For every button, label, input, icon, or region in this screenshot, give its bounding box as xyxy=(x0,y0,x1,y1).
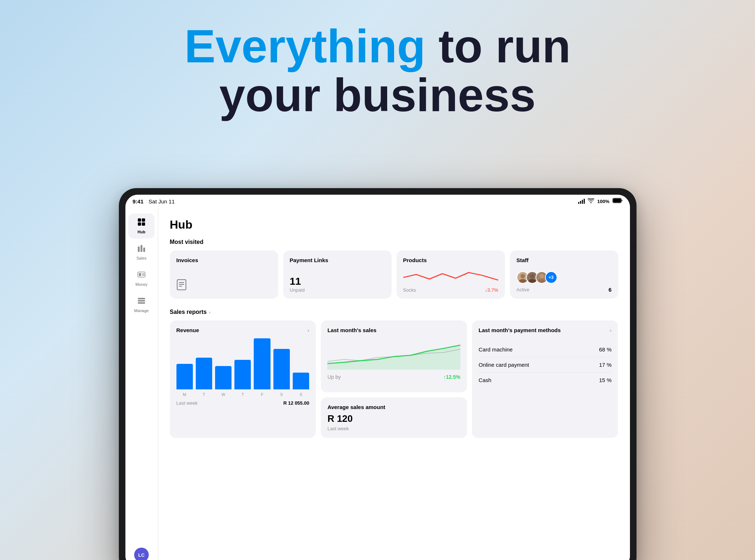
manage-icon xyxy=(137,297,145,307)
svg-point-11 xyxy=(143,274,144,276)
payment-online-name: Online card payment xyxy=(479,362,529,368)
signal-bars-icon xyxy=(578,199,585,204)
staff-avatar-plus: +3 xyxy=(545,271,557,284)
payment-row-card-machine: Card machine 68 % xyxy=(479,342,612,357)
svg-rect-13 xyxy=(138,300,145,302)
up-label: Up by xyxy=(327,374,341,380)
svg-point-19 xyxy=(520,274,525,278)
sidebar-item-money-label: Money xyxy=(135,282,147,287)
avg-title: Average sales amount xyxy=(327,404,460,410)
sales-icon xyxy=(137,244,145,254)
status-date: Sat Jun 11 xyxy=(149,198,175,205)
sales-line-svg xyxy=(327,337,460,370)
bar-label-f: F xyxy=(254,392,270,397)
sidebar-item-manage[interactable]: Manage xyxy=(128,292,155,317)
payment-methods-card[interactable]: Last month's payment methods › Card mach… xyxy=(472,320,618,438)
svg-rect-12 xyxy=(138,298,145,299)
sidebar-item-sales[interactable]: Sales xyxy=(128,240,155,265)
staff-count: 6 xyxy=(608,287,611,293)
products-spark-chart xyxy=(403,267,498,286)
main-content: Hub Most visited Invoices xyxy=(158,208,630,560)
svg-rect-7 xyxy=(141,245,143,252)
svg-rect-14 xyxy=(138,302,145,304)
svg-point-23 xyxy=(539,274,544,278)
last-month-sales-card[interactable]: Last month's sales xyxy=(321,320,467,392)
bar-label-s2: S xyxy=(293,392,309,397)
payment-links-card[interactable]: Payment Links 11 Unpaid xyxy=(283,250,392,299)
sidebar: Hub Sales xyxy=(125,208,158,560)
sales-reports-chevron-icon[interactable]: › xyxy=(209,310,210,315)
payment-methods-title: Last month's payment methods xyxy=(479,327,561,333)
revenue-amount: R 12 055.00 xyxy=(283,400,309,406)
most-visited-grid: Invoices xyxy=(170,250,618,299)
product-name: Socks xyxy=(403,287,416,293)
bar-chart-labels: M T W T F S S xyxy=(176,392,310,397)
battery-icon xyxy=(612,198,623,205)
svg-rect-6 xyxy=(138,246,140,252)
sidebar-item-hub[interactable]: Hub xyxy=(128,214,155,238)
most-visited-label: Most visited xyxy=(170,239,618,245)
invoices-bottom xyxy=(176,279,272,293)
sales-grid: Revenue › xyxy=(170,320,618,438)
average-sales-card[interactable]: Average sales amount R 120 Last week xyxy=(321,397,467,438)
sidebar-avatar[interactable]: LC xyxy=(134,548,149,560)
invoices-title: Invoices xyxy=(176,257,272,263)
sales-reports-title: Sales reports xyxy=(170,309,207,315)
payment-chevron-icon[interactable]: › xyxy=(610,327,611,333)
money-icon xyxy=(137,271,145,281)
svg-rect-1 xyxy=(613,199,621,203)
products-title: Products xyxy=(403,257,498,263)
svg-point-24 xyxy=(538,279,545,284)
bar-label-t1: T xyxy=(196,392,212,397)
page-title: Hub xyxy=(170,218,618,232)
bar-label-s1: S xyxy=(273,392,290,397)
bar-t2 xyxy=(234,360,251,389)
payment-online-pct: 17 % xyxy=(599,362,611,368)
revenue-chevron-icon[interactable]: › xyxy=(307,327,309,333)
ipad-frame: 9:41 Sat Jun 11 xyxy=(119,188,637,560)
payment-row-cash: Cash 15 % xyxy=(479,373,612,388)
svg-rect-10 xyxy=(139,273,141,276)
bar-m xyxy=(176,364,193,389)
avg-period: Last week xyxy=(327,426,460,431)
status-bar: 9:41 Sat Jun 11 xyxy=(125,195,630,208)
svg-rect-5 xyxy=(142,222,145,226)
bar-s2 xyxy=(293,373,309,389)
invoices-card[interactable]: Invoices xyxy=(170,250,278,299)
staff-active-label: Active xyxy=(517,287,529,292)
battery-text: 100% xyxy=(597,199,609,204)
app-area: Hub Sales xyxy=(125,208,630,560)
payment-links-number: 11 xyxy=(290,276,385,287)
ipad-wrapper: 9:41 Sat Jun 11 xyxy=(119,188,637,560)
bar-w xyxy=(215,366,231,389)
line-chart xyxy=(327,337,460,370)
bar-t1 xyxy=(196,358,212,389)
payment-links-sublabel: Unpaid xyxy=(290,287,385,293)
staff-card[interactable]: Staff xyxy=(510,250,618,299)
products-card[interactable]: Products Socks ↓3.7% xyxy=(397,250,505,299)
sidebar-item-sales-label: Sales xyxy=(136,256,147,260)
revenue-card[interactable]: Revenue › xyxy=(170,320,316,438)
svg-rect-3 xyxy=(142,218,145,222)
bar-chart xyxy=(176,338,310,389)
middle-column: Last month's sales xyxy=(321,320,467,438)
ipad-screen: 9:41 Sat Jun 11 xyxy=(125,195,630,560)
svg-point-21 xyxy=(530,274,534,278)
product-trend: ↓3.7% xyxy=(485,287,498,293)
hero-section: Everything to run your business xyxy=(0,0,755,120)
bar-label-t2: T xyxy=(234,392,251,397)
payment-row-online: Online card payment 17 % xyxy=(479,357,612,373)
staff-title: Staff xyxy=(517,257,612,263)
sidebar-item-money[interactable]: Money xyxy=(128,266,155,291)
svg-rect-2 xyxy=(138,218,141,222)
hero-word-torun: to run xyxy=(425,20,571,72)
bar-label-w: W xyxy=(215,392,231,397)
hero-line1: Everything to run xyxy=(0,22,755,71)
sales-reports-header: Sales reports › xyxy=(170,309,618,315)
payment-card-machine-pct: 68 % xyxy=(599,346,611,353)
staff-avatars: +3 xyxy=(517,271,612,284)
avg-amount: R 120 xyxy=(327,413,460,424)
svg-point-20 xyxy=(519,279,526,284)
sidebar-item-hub-label: Hub xyxy=(137,230,145,234)
bar-f xyxy=(254,338,270,389)
